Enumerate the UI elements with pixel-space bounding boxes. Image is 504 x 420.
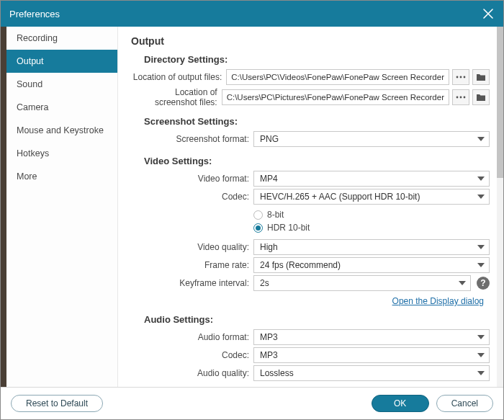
window-body: Recording Output Sound Camera Mouse and … bbox=[1, 27, 503, 388]
open-output-folder-button[interactable] bbox=[472, 69, 490, 85]
open-screenshot-folder-button[interactable] bbox=[472, 89, 490, 105]
audio-codec-label: Codec: bbox=[131, 350, 253, 360]
reset-to-default-button[interactable]: Reset to Default bbox=[11, 395, 103, 412]
section-video: Video Settings: bbox=[144, 156, 490, 166]
output-path-field[interactable]: C:\Users\PC\Videos\FonePaw\FonePaw Scree… bbox=[226, 69, 449, 85]
video-quality-select[interactable]: High bbox=[253, 239, 490, 255]
output-path-label: Location of output files: bbox=[131, 72, 226, 82]
folder-icon bbox=[476, 73, 486, 81]
svg-point-2 bbox=[464, 76, 466, 79]
video-format-select[interactable]: MP4 bbox=[253, 171, 490, 187]
svg-point-1 bbox=[460, 76, 462, 79]
close-icon[interactable] bbox=[482, 7, 495, 20]
page-title: Output bbox=[131, 35, 490, 47]
screenshot-format-label: Screenshot format: bbox=[131, 134, 253, 144]
sidebar-item-label: Mouse and Keystroke bbox=[17, 125, 104, 135]
cancel-button[interactable]: Cancel bbox=[436, 395, 493, 412]
left-edge-decoration bbox=[1, 27, 6, 387]
scrollbar-track[interactable] bbox=[497, 27, 503, 387]
video-codec-label: Codec: bbox=[131, 192, 253, 202]
svg-point-3 bbox=[456, 97, 459, 99]
svg-point-0 bbox=[456, 76, 459, 79]
sidebar-item-output[interactable]: Output bbox=[6, 50, 117, 73]
preferences-window: Preferences Recording Output Sound Camer… bbox=[0, 0, 504, 420]
section-directory: Directory Settings: bbox=[144, 54, 490, 65]
audio-codec-select[interactable]: MP3 bbox=[253, 347, 490, 363]
sidebar-item-label: Hotkeys bbox=[17, 148, 49, 158]
screenshot-format-select[interactable]: PNG bbox=[253, 131, 490, 147]
help-icon[interactable]: ? bbox=[477, 277, 490, 290]
bit-depth-radiogroup: 8-bit HDR 10-bit bbox=[253, 207, 310, 237]
sidebar-item-label: Sound bbox=[17, 79, 42, 89]
sidebar-item-hotkeys[interactable]: Hotkeys bbox=[6, 142, 117, 165]
sidebar-item-label: Recording bbox=[17, 33, 58, 43]
content-pane: Output Directory Settings: Location of o… bbox=[118, 27, 497, 387]
radio-dot-icon bbox=[253, 223, 263, 233]
sidebar-item-more[interactable]: More bbox=[6, 165, 117, 188]
screenshot-path-label: Location of screenshot files: bbox=[131, 87, 222, 107]
frame-rate-label: Frame rate: bbox=[131, 260, 253, 270]
svg-point-5 bbox=[464, 97, 466, 99]
radio-dot-icon bbox=[253, 210, 263, 220]
sidebar-item-label: More bbox=[17, 171, 37, 182]
browse-output-button[interactable] bbox=[452, 69, 469, 85]
video-quality-label: Video quality: bbox=[131, 242, 253, 252]
browse-screenshot-button[interactable] bbox=[452, 89, 469, 105]
radio-8bit[interactable]: 8-bit bbox=[253, 210, 310, 220]
video-format-label: Video format: bbox=[131, 174, 253, 184]
keyframe-interval-select[interactable]: 2s bbox=[253, 275, 471, 291]
scrollbar-thumb[interactable] bbox=[497, 27, 503, 178]
audio-quality-label: Audio quality: bbox=[131, 368, 253, 378]
sidebar-item-camera[interactable]: Camera bbox=[6, 96, 117, 119]
ellipsis-icon bbox=[456, 73, 466, 81]
section-screenshot: Screenshot Settings: bbox=[144, 116, 490, 127]
ellipsis-icon bbox=[456, 94, 466, 101]
frame-rate-select[interactable]: 24 fps (Recommend) bbox=[253, 257, 490, 273]
sidebar-item-label: Camera bbox=[17, 102, 48, 112]
open-display-dialog-link[interactable]: Open the Display dialog bbox=[392, 296, 484, 306]
radio-hdr10bit[interactable]: HDR 10-bit bbox=[253, 223, 310, 233]
svg-point-4 bbox=[460, 97, 462, 99]
sidebar-item-recording[interactable]: Recording bbox=[6, 27, 117, 50]
audio-format-label: Audio format: bbox=[131, 332, 253, 342]
sidebar: Recording Output Sound Camera Mouse and … bbox=[6, 27, 118, 387]
sidebar-item-sound[interactable]: Sound bbox=[6, 73, 117, 96]
section-audio: Audio Settings: bbox=[144, 314, 490, 325]
ok-button[interactable]: OK bbox=[372, 395, 429, 412]
titlebar: Preferences bbox=[1, 1, 503, 27]
sidebar-item-mouse-keystroke[interactable]: Mouse and Keystroke bbox=[6, 119, 117, 142]
window-title: Preferences bbox=[9, 9, 60, 19]
screenshot-path-field[interactable]: C:\Users\PC\Pictures\FonePaw\FonePaw Scr… bbox=[222, 89, 449, 105]
keyframe-interval-label: Keyframe interval: bbox=[131, 278, 253, 288]
sidebar-item-label: Output bbox=[17, 56, 44, 66]
folder-icon bbox=[476, 93, 486, 102]
video-codec-select[interactable]: HEVC/H.265 + AAC (Support HDR 10-bit) bbox=[253, 189, 490, 205]
audio-quality-select[interactable]: Lossless bbox=[253, 365, 490, 381]
footer: Reset to Default OK Cancel bbox=[1, 388, 503, 419]
audio-format-select[interactable]: MP3 bbox=[253, 329, 490, 345]
